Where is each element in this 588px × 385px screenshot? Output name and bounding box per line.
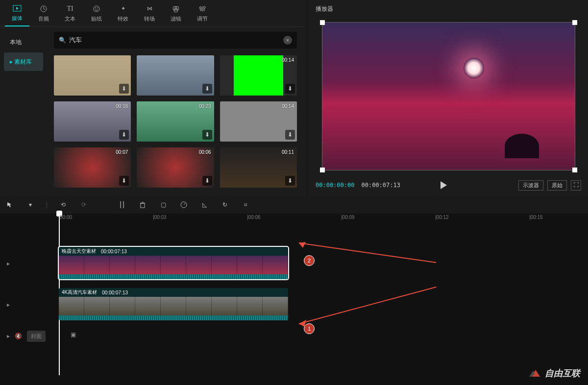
sidebar-local[interactable]: 本地 xyxy=(4,33,43,51)
timeline-toolbar: ▾ | ⟲ ⟳ ⎮⎮ ▢ ◺ ↻ ⌗ xyxy=(0,196,588,214)
play-button[interactable] xyxy=(440,181,447,190)
original-button[interactable]: 原始 xyxy=(547,180,567,191)
tab-fx[interactable]: ✦特效 xyxy=(111,0,135,26)
tab-transition[interactable]: ⋈转场 xyxy=(137,0,162,26)
timeline-tracks: ▸ 晚霞去天空素材00:00:07:13 ▸ 4K高清汽车素材00:00:07:… xyxy=(0,223,588,385)
mute-icon[interactable]: 🔇 xyxy=(15,333,22,339)
search-input[interactable] xyxy=(69,37,283,44)
adjust-icon xyxy=(198,4,207,13)
resize-handle[interactable] xyxy=(320,168,325,172)
asset-thumb[interactable]: 00:14⬇ xyxy=(220,101,297,142)
tab-sticker[interactable]: 贴纸 xyxy=(84,0,109,26)
asset-thumb[interactable]: 00:07⬇ xyxy=(54,147,131,188)
cover-button[interactable]: 封面 xyxy=(27,331,46,342)
search-icon: 🔍 xyxy=(59,37,66,44)
sidebar-library[interactable]: ▸ 素材库 xyxy=(4,52,43,71)
download-icon[interactable]: ⬇ xyxy=(119,84,129,94)
clip-car[interactable]: 4K高清汽车素材00:00:07:13 xyxy=(59,288,288,320)
audio-icon xyxy=(39,4,48,13)
asset-thumb[interactable]: 00:16⬇ xyxy=(54,101,131,142)
rotate-tool[interactable]: ↻ xyxy=(220,200,230,210)
download-icon[interactable]: ⬇ xyxy=(285,84,295,94)
track-toggle-icon[interactable]: ▸ xyxy=(7,333,10,339)
search-bar: 🔍 × xyxy=(54,32,297,48)
svg-point-8 xyxy=(199,7,201,9)
search-clear[interactable]: × xyxy=(283,36,292,45)
media-icon xyxy=(13,4,22,13)
download-icon[interactable]: ⬇ xyxy=(202,176,212,186)
download-icon[interactable]: ⬇ xyxy=(119,130,129,140)
svg-point-10 xyxy=(203,6,205,8)
tab-media[interactable]: 媒体 xyxy=(5,0,29,26)
undo-button[interactable]: ⟲ xyxy=(58,200,68,210)
asset-thumb[interactable]: 00:06⬇ xyxy=(137,147,214,188)
tab-filter[interactable]: 滤镜 xyxy=(164,0,188,26)
clip-sunset[interactable]: 晚霞去天空素材00:00:07:13 xyxy=(59,247,288,279)
fullscreen-button[interactable]: ⛶ xyxy=(571,180,581,191)
download-icon[interactable]: ⬇ xyxy=(285,176,295,186)
fx-icon: ✦ xyxy=(119,4,127,13)
player-title: 播放器 xyxy=(309,0,588,18)
frame-tool[interactable]: ▢ xyxy=(158,200,168,210)
svg-point-4 xyxy=(97,7,98,8)
transition-icon: ⋈ xyxy=(145,4,154,13)
split-tool[interactable]: ⎮⎮ xyxy=(117,200,127,210)
tab-adjust[interactable]: 调节 xyxy=(190,0,215,26)
timecode-current: 00:00:00:00 xyxy=(316,182,354,189)
mirror-tool[interactable]: ◺ xyxy=(199,200,209,210)
download-icon[interactable]: ⬇ xyxy=(202,84,212,94)
tab-audio[interactable]: 音频 xyxy=(31,0,56,26)
asset-thumb[interactable]: 00:23⬇ xyxy=(137,101,214,142)
resize-handle[interactable] xyxy=(572,20,577,25)
download-icon[interactable]: ⬇ xyxy=(202,130,212,140)
watermark: 自由互联 xyxy=(529,367,580,379)
scope-button[interactable]: 示波器 xyxy=(518,180,543,191)
download-icon[interactable]: ⬇ xyxy=(119,176,129,186)
download-icon[interactable]: ⬇ xyxy=(285,130,295,140)
track-toggle-icon[interactable]: ▸ xyxy=(7,260,10,267)
speed-tool[interactable] xyxy=(179,200,189,210)
asset-thumb[interactable]: ⬇ xyxy=(137,55,214,96)
add-track-icon[interactable]: ▣ xyxy=(71,331,76,338)
timecode-total: 00:00:07:13 xyxy=(361,182,400,189)
svg-point-3 xyxy=(95,7,96,8)
tab-text[interactable]: TI文本 xyxy=(58,0,82,26)
sticker-icon xyxy=(92,4,101,13)
svg-point-2 xyxy=(94,6,99,12)
sidebar: 本地 ▸ 素材库 xyxy=(0,27,47,196)
top-nav: 媒体 音频 TI文本 贴纸 ✦特效 ⋈转场 滤镜 调节 xyxy=(0,0,304,27)
asset-grid: ⬇ ⬇ 00:14⬇ 00:16⬇ 00:23⬇ 00:14⬇ 00:07⬇ 0… xyxy=(54,55,297,188)
pointer-tool[interactable] xyxy=(5,200,15,210)
asset-thumb[interactable]: ⬇ xyxy=(54,55,131,96)
filter-icon xyxy=(172,4,180,13)
track-toggle-icon[interactable]: ▸ xyxy=(7,301,10,308)
asset-thumb[interactable]: 00:14⬇ xyxy=(220,55,297,96)
text-icon: TI xyxy=(66,4,74,13)
preview-content xyxy=(464,58,484,78)
asset-thumb[interactable]: 00:11⬇ xyxy=(220,147,297,188)
crop-tool[interactable]: ⌗ xyxy=(241,200,250,210)
timeline-ruler[interactable]: 00:00 |00:03 |00:06 |00:09 |00:12 |00:15 xyxy=(59,214,588,223)
player-canvas[interactable] xyxy=(314,18,583,174)
svg-point-9 xyxy=(201,9,203,11)
resize-handle[interactable] xyxy=(572,168,577,172)
annotation-1: 1 xyxy=(304,323,315,334)
chevron-down-icon[interactable]: ▾ xyxy=(25,200,35,210)
delete-tool[interactable] xyxy=(138,200,147,210)
svg-rect-11 xyxy=(141,203,145,208)
annotation-2: 2 xyxy=(304,255,315,266)
redo-button[interactable]: ⟳ xyxy=(79,200,89,210)
resize-handle[interactable] xyxy=(320,20,325,25)
preview-frame[interactable] xyxy=(322,22,575,170)
